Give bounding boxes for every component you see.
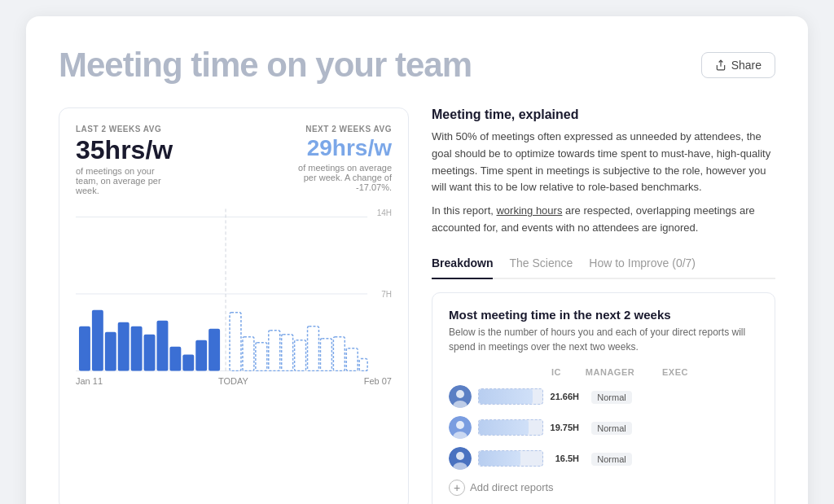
svg-rect-24 [333,337,345,371]
svg-rect-12 [169,347,181,371]
tab-science[interactable]: The Science [509,256,573,279]
x-label-feb: Feb 07 [364,376,392,386]
y-label-14h: 14H [377,208,392,217]
breakdown-desc: Below is the number of hours you and eac… [449,325,758,354]
bar-wrapper-1 [478,388,543,405]
svg-rect-18 [256,343,267,371]
svg-rect-9 [131,327,143,371]
table-headers: IC MANAGER EXEC [449,367,758,377]
svg-rect-13 [182,355,194,371]
tab-breakdown[interactable]: Breakdown [432,256,493,279]
col-header-ic: IC [480,367,577,377]
table-row: 16.5H Normal [449,447,758,470]
page-title: Meeting time on your team [59,46,472,85]
svg-rect-7 [105,332,116,371]
share-icon [715,59,726,71]
next-avg-desc: of meetings on average per week. A chang… [286,163,392,192]
avatar [449,385,472,408]
bar-fill-3 [479,451,520,466]
last-avg-desc: of meetings on your team, on average per… [76,166,173,195]
svg-rect-21 [295,340,306,371]
header: Meeting time on your team Share [59,46,775,85]
bar-fill-1 [479,389,533,404]
bar-value-2: 19.75H [548,423,579,432]
avatar [449,447,472,470]
svg-rect-20 [282,335,293,371]
badge-normal-1: Normal [579,389,644,404]
chart-area: 14H 7H [76,208,392,371]
next-avg-label: NEXT 2 WEEKS AVG [286,125,392,134]
svg-rect-6 [92,310,103,371]
add-icon: + [449,480,465,496]
right-panel: Meeting time, explained With 50% of meet… [432,107,775,504]
explanation-para2: In this report, working hours are respec… [432,203,775,237]
tab-improve[interactable]: How to Improve (0/7) [589,256,696,279]
bar-value-1: 21.66H [548,392,579,401]
bar-container-1: 21.66H [478,388,579,405]
svg-rect-15 [208,329,220,371]
table-row: 21.66H Normal [449,385,758,408]
breakdown-title: Most meeting time in the next 2 weeks [449,308,758,322]
svg-rect-11 [156,321,168,371]
breakdown-card: Most meeting time in the next 2 weeks Be… [432,292,775,504]
bar-value-3: 16.5H [548,454,579,463]
svg-rect-22 [308,327,319,371]
avatar-image-2 [449,416,472,439]
bar-wrapper-2 [478,419,543,436]
svg-rect-14 [195,340,207,371]
main-container: Meeting time on your team Share LAST 2 W… [26,16,808,504]
bar-chart [76,208,392,371]
svg-rect-5 [79,327,90,371]
svg-point-34 [456,452,464,460]
last-avg-block: LAST 2 WEEKS AVG 35hrs/w of meetings on … [76,125,173,195]
stats-row: LAST 2 WEEKS AVG 35hrs/w of meetings on … [76,125,392,195]
working-hours-link[interactable]: working hours [496,204,562,217]
chart-labels: Jan 11 TODAY Feb 07 [76,376,392,386]
next-avg-value: 29hrs/w [286,137,392,160]
add-direct-button[interactable]: + Add direct reports [449,480,758,496]
x-label-today: TODAY [218,376,248,386]
x-label-jan: Jan 11 [76,376,103,386]
y-label-7h: 7H [381,290,392,299]
left-panel: LAST 2 WEEKS AVG 35hrs/w of meetings on … [59,107,409,504]
share-label: Share [731,59,762,72]
col-header-manager: MANAGER [577,367,643,377]
avatar-image-1 [449,385,472,408]
bar-wrapper-3 [478,450,543,467]
explanation-title: Meeting time, explained [432,107,775,122]
svg-rect-16 [230,313,241,371]
explanation-section: Meeting time, explained With 50% of meet… [432,107,775,237]
svg-rect-19 [269,331,280,371]
svg-point-31 [456,421,464,429]
explanation-para1: With 50% of meetings often expressed as … [432,129,775,196]
next-avg-block: NEXT 2 WEEKS AVG 29hrs/w of meetings on … [286,125,392,195]
last-avg-label: LAST 2 WEEKS AVG [76,125,173,134]
main-content: LAST 2 WEEKS AVG 35hrs/w of meetings on … [59,107,775,504]
svg-rect-8 [118,322,129,371]
avatar [449,416,472,439]
badge-normal-2: Normal [579,420,644,435]
tabs: Breakdown The Science How to Improve (0/… [432,256,775,279]
avatar-image-3 [449,447,472,470]
svg-rect-17 [243,337,254,371]
svg-rect-23 [320,339,331,371]
badge-normal-3: Normal [579,451,644,466]
bar-container-3: 16.5H [478,450,579,467]
add-direct-label: Add direct reports [470,481,554,493]
table-row: 19.75H Normal [449,416,758,439]
last-avg-value: 35hrs/w [76,137,173,163]
bar-container-2: 19.75H [478,419,579,436]
svg-rect-26 [359,359,367,371]
bar-fill-2 [479,420,529,435]
col-header-exec: EXEC [643,367,708,377]
svg-point-28 [456,390,464,398]
svg-rect-25 [346,348,358,371]
share-button[interactable]: Share [701,52,775,78]
svg-rect-10 [144,335,156,371]
